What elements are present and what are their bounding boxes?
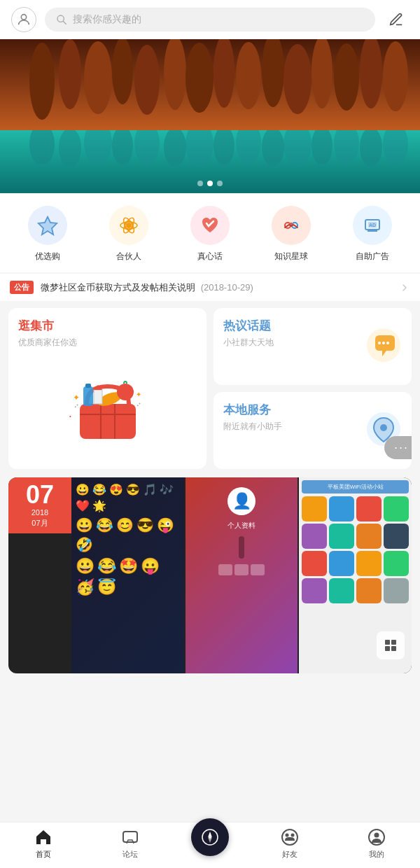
svg-point-4 (29, 43, 55, 120)
icon-zhenxin[interactable]: 真心话 (169, 206, 251, 262)
icon-youxuan[interactable]: 优选购 (7, 206, 88, 262)
svg-point-83 (374, 833, 379, 838)
huohuo-icon (109, 206, 148, 245)
banner-dots (197, 181, 223, 186)
svg-rect-70 (385, 640, 390, 645)
tab-forum-label: 论坛 (122, 849, 138, 860)
zhenxin-label: 真心话 (197, 251, 223, 262)
svg-point-18 (383, 41, 408, 111)
huohuo-label: 合伙人 (116, 251, 141, 262)
edit-button[interactable] (384, 7, 409, 32)
friends-icon (281, 828, 299, 846)
notice-arrow-icon (399, 282, 410, 293)
posts-section: 07 2018 07月 😀 😂 😍 😎 🎵 🎶 ❤️ 🌟 😀 (8, 477, 412, 673)
svg-text:AD: AD (369, 223, 376, 227)
market-card[interactable]: 逛集市 优质商家任你选 (8, 308, 206, 469)
post-card-1[interactable]: 😀 😂 😍 😎 🎵 🎶 ❤️ 🌟 😀 😂 😊 😎 😜 🤣 (71, 477, 184, 673)
search-icon (56, 14, 67, 25)
bottom-nav: 首页 论坛 好友 我的 (0, 822, 420, 868)
avatar[interactable] (11, 7, 36, 32)
tab-home[interactable]: 首页 (15, 828, 71, 860)
youxuan-icon (28, 206, 67, 245)
svg-point-0 (21, 15, 26, 20)
search-placeholder: 搜索你感兴趣的 (73, 13, 141, 26)
svg-rect-49 (80, 404, 136, 439)
icon-zhishi[interactable]: 知识星球 (251, 206, 332, 262)
svg-rect-57 (94, 390, 102, 404)
svg-point-12 (236, 42, 261, 109)
banner (0, 39, 420, 193)
topic-icon (365, 327, 402, 366)
banner-dot-3[interactable] (217, 181, 223, 186)
posts-year: 2018 07月 (31, 507, 48, 529)
svg-point-78 (209, 836, 211, 839)
svg-point-67 (386, 342, 389, 344)
zhenxin-icon (190, 206, 230, 245)
svg-line-63 (137, 402, 141, 406)
grid-view-button[interactable] (377, 631, 405, 659)
svg-rect-53 (83, 386, 93, 406)
svg-line-62 (75, 404, 78, 407)
mine-icon (368, 828, 386, 846)
svg-point-10 (186, 43, 214, 113)
notice-bar[interactable]: 公告 微梦社区金币获取方式及发帖相关说明 (2018-10-29) (0, 274, 420, 301)
svg-rect-46 (371, 229, 374, 230)
notice-tag: 公告 (10, 281, 34, 294)
svg-point-14 (284, 44, 312, 114)
post-card-2[interactable]: 👤 个人资料 (186, 477, 298, 673)
topic-card[interactable]: 热议话题 小社群大天地 (214, 308, 412, 385)
svg-point-7 (112, 39, 133, 104)
banner-dot-2[interactable] (207, 181, 213, 186)
svg-line-2 (63, 21, 66, 24)
market-subtitle: 优质商家任你选 (18, 337, 197, 349)
market-title: 逛集市 (18, 318, 197, 334)
home-icon (34, 828, 52, 846)
svg-rect-73 (391, 646, 396, 651)
zhishi-icon (272, 206, 311, 245)
forum-icon (121, 828, 139, 846)
svg-point-56 (117, 384, 134, 400)
svg-point-8 (134, 45, 160, 115)
tab-forum[interactable]: 论坛 (102, 828, 158, 860)
svg-rect-45 (368, 230, 377, 232)
tab-mine[interactable]: 我的 (349, 828, 405, 860)
banner-dot-1[interactable] (197, 181, 203, 186)
svg-rect-71 (391, 640, 396, 645)
more-button[interactable]: ··· (384, 436, 412, 459)
svg-point-16 (334, 43, 359, 111)
svg-point-81 (291, 834, 295, 837)
svg-rect-72 (385, 646, 390, 651)
svg-point-69 (380, 424, 387, 431)
zizhu-label: 自助广告 (356, 251, 389, 262)
tab-discover[interactable] (189, 832, 231, 856)
svg-point-66 (382, 342, 385, 344)
svg-rect-54 (85, 384, 91, 388)
svg-point-80 (286, 834, 289, 837)
header: 搜索你感兴趣的 (0, 0, 420, 39)
svg-text:•: • (69, 413, 71, 419)
zizhu-icon: AD (353, 206, 392, 245)
quick-icons-row: 优选购 合伙人 真心话 (0, 193, 420, 272)
youxuan-label: 优选购 (35, 251, 60, 262)
discover-button[interactable] (191, 818, 229, 856)
compass-icon (201, 828, 219, 846)
posts-grid: 😀 😂 😍 😎 🎵 🎶 ❤️ 🌟 😀 😂 😊 😎 😜 🤣 (71, 477, 412, 673)
notice-text: 微梦社区金币获取方式及发帖相关说明 (2018-10-29) (41, 281, 392, 294)
posts-date: 07 2018 07月 (8, 477, 71, 533)
svg-point-65 (378, 342, 381, 344)
search-bar[interactable]: 搜索你感兴趣的 (45, 8, 375, 31)
zhishi-label: 知识星球 (274, 251, 308, 262)
svg-point-6 (84, 41, 112, 114)
tab-friends-label: 好友 (282, 849, 298, 860)
icon-zizhu[interactable]: AD 自助广告 (332, 206, 413, 262)
tab-friends[interactable]: 好友 (262, 828, 318, 860)
svg-text:✦: ✦ (136, 391, 141, 398)
svg-point-5 (59, 39, 81, 109)
cards-section: 逛集市 优质商家任你选 (0, 308, 420, 469)
svg-text:✦: ✦ (73, 393, 80, 402)
local-card[interactable]: 本地服务 附近就有小助手 ··· (214, 392, 412, 469)
tab-home-label: 首页 (36, 849, 51, 860)
market-image: ✦ ✦ • (18, 356, 197, 459)
svg-point-1 (57, 15, 64, 22)
icon-huohuo[interactable]: 合伙人 (88, 206, 169, 262)
